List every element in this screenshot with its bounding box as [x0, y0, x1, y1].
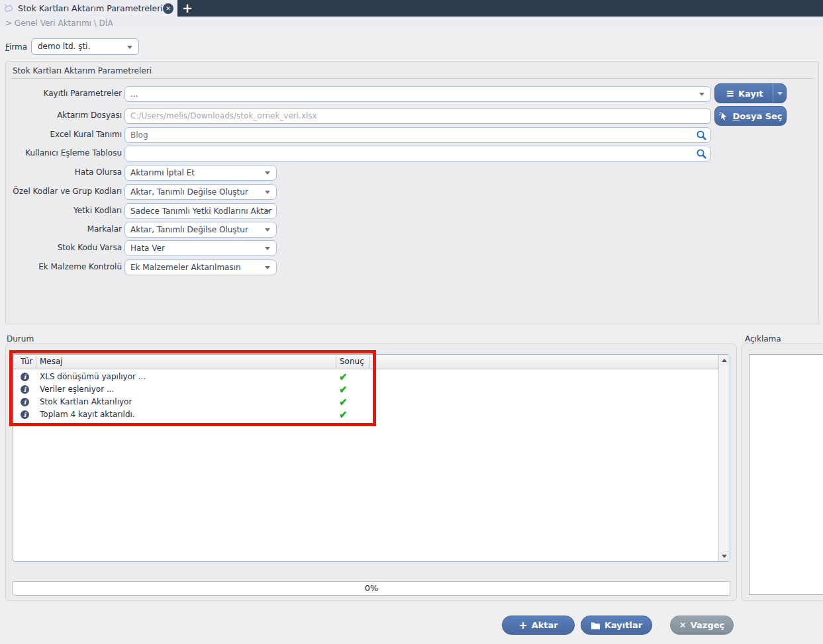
kayitlar-button[interactable]: Kayıtlar [581, 616, 652, 635]
vazgec-button[interactable]: ✕ Vazgeç [670, 616, 734, 635]
form-group-title: Stok Kartları Aktarım Parametreleri [13, 66, 152, 75]
chevron-down-icon [777, 92, 783, 95]
durum-panel: Tür Mesaj Sonuç i XLS dönüşümü yapılıyor… [5, 344, 737, 601]
field-label: Kullanıcı Eşleme Tablosu [6, 148, 122, 158]
firma-select[interactable]: demo ltd. şti. [31, 38, 139, 55]
chevron-down-icon [127, 46, 132, 49]
chevron-down-icon [265, 210, 270, 213]
status-row[interactable]: i XLS dönüşümü yapılıyor ... ✔ [13, 371, 730, 383]
status-row[interactable]: i Stok Kartları Aktarılıyor ✔ [13, 396, 730, 408]
field-row-markalar: Markalar Aktar, Tanımlı Değilse Oluştur [6, 222, 818, 238]
tab-bar: Stok Kartları Aktarım Parametreleri ✕ + [0, 0, 823, 17]
card-icon [3, 3, 14, 14]
kayit-button[interactable]: ≡ Kayıt [714, 83, 787, 103]
field-row-ozel-kodlar: Özel Kodlar ve Grup Kodları Aktar, Tanım… [6, 184, 818, 200]
field-label: Markalar [6, 224, 122, 234]
form-group-panel: Stok Kartları Aktarım Parametreleri Kayı… [5, 61, 819, 324]
chevron-down-icon [265, 228, 270, 232]
durum-label: Durum [7, 334, 34, 344]
success-check-icon: ✔ [339, 371, 348, 383]
new-tab-button[interactable]: + [177, 0, 197, 17]
ek-malzeme-combo[interactable]: Ek Malzemeler Aktarılmasın [124, 259, 277, 275]
scroll-down-button[interactable] [719, 551, 730, 561]
vertical-scrollbar[interactable] [718, 355, 730, 561]
info-icon: i [21, 398, 29, 406]
list-icon: ≡ [726, 89, 734, 99]
plus-icon: + [518, 620, 527, 631]
breadcrumb: > Genel Veri Aktarımı \ DİA [0, 17, 823, 30]
dosya-sec-button[interactable]: Dosya Seç [714, 106, 787, 126]
aktarim-dosyasi-input[interactable]: C:/Users/melis/Downloads/stok_ornek_veri… [124, 108, 711, 124]
progress-bar: 0% [13, 581, 730, 596]
app-window: Stok Kartları Aktarım Parametreleri ✕ + … [0, 0, 823, 644]
chevron-down-icon [265, 171, 270, 175]
status-grid-header: Tür Mesaj Sonuç [13, 355, 730, 369]
scroll-up-button[interactable] [719, 355, 730, 365]
info-icon: i [21, 373, 29, 381]
yetki-kodlari-combo[interactable]: Sadece Tanımlı Yetki Kodlarını Aktar [124, 203, 277, 219]
field-label: Aktarım Dosyası [6, 111, 122, 120]
field-row-yetki-kodlari: Yetki Kodları Sadece Tanımlı Yetki Kodla… [6, 203, 818, 219]
triangle-down-icon [722, 555, 727, 558]
triangle-up-icon [722, 359, 727, 362]
folder-icon [591, 621, 601, 629]
field-row-kullanici-esleme: Kullanıcı Eşleme Tablosu [6, 146, 818, 161]
field-label: Stok Kodu Varsa [6, 243, 122, 252]
success-check-icon: ✔ [339, 383, 348, 395]
aciklama-panel [741, 344, 823, 601]
column-header-tur[interactable]: Tür [21, 357, 32, 366]
info-icon: i [21, 385, 29, 394]
field-label: Excel Kural Tanımı [6, 130, 122, 139]
success-check-icon: ✔ [339, 396, 348, 408]
column-separator[interactable] [336, 356, 336, 368]
search-icon[interactable] [696, 148, 707, 161]
divider [11, 78, 813, 79]
status-row[interactable]: i Veriler eşleniyor ... ✔ [13, 383, 730, 396]
field-label: Özel Kodlar ve Grup Kodları [6, 187, 122, 196]
column-header-sonuc[interactable]: Sonuç [340, 357, 364, 366]
kayitli-parametreler-combo[interactable]: ... [124, 86, 711, 102]
markalar-combo[interactable]: Aktar, Tanımlı Değilse Oluştur [124, 222, 277, 238]
kullanici-esleme-lookup-input[interactable] [124, 146, 711, 161]
chevron-down-icon [265, 266, 270, 269]
column-separator[interactable] [369, 356, 369, 368]
info-icon: i [21, 410, 29, 419]
field-label: Hata Olursa [6, 167, 122, 177]
kayit-dropdown-button[interactable] [773, 84, 786, 103]
pointer-click-icon [718, 111, 728, 121]
field-label: Yetki Kodları [6, 206, 122, 215]
input-placeholder: C:/Users/melis/Downloads/stok_ornek_veri… [130, 111, 317, 120]
field-label: Ek Malzeme Kontrolü [6, 262, 122, 271]
chevron-down-icon [265, 191, 270, 194]
status-row[interactable]: i Toplam 4 kayıt aktarıldı. ✔ [13, 408, 730, 421]
firma-label: Firma [5, 42, 27, 52]
hata-olursa-combo[interactable]: Aktarımı İptal Et [124, 165, 277, 181]
success-check-icon: ✔ [339, 408, 348, 420]
chevron-down-icon [699, 93, 704, 96]
column-separator[interactable] [36, 356, 36, 368]
field-row-excel-kural: Excel Kural Tanımı Blog [6, 127, 818, 143]
field-label: Kayıtlı Parametreler [6, 89, 122, 98]
close-icon: ✕ [679, 621, 687, 629]
ozel-kodlar-combo[interactable]: Aktar, Tanımlı Değilse Oluştur [124, 184, 277, 200]
aciklama-label: Açıklama [745, 334, 781, 344]
column-header-mesaj[interactable]: Mesaj [40, 357, 63, 366]
field-row-stok-kodu: Stok Kodu Varsa Hata Ver [6, 240, 818, 256]
chevron-down-icon [265, 247, 270, 250]
field-row-ek-malzeme: Ek Malzeme Kontrolü Ek Malzemeler Aktarı… [6, 259, 818, 275]
aktar-button[interactable]: + Aktar [502, 616, 575, 635]
field-row-aktarim-dosyasi: Aktarım Dosyası C:/Users/melis/Downloads… [6, 108, 818, 124]
excel-kural-lookup-input[interactable]: Blog [124, 127, 711, 143]
status-grid: Tür Mesaj Sonuç i XLS dönüşümü yapılıyor… [13, 354, 730, 562]
stok-kodu-combo[interactable]: Hata Ver [124, 240, 277, 256]
field-row-hata-olursa: Hata Olursa Aktarımı İptal Et [6, 165, 818, 181]
field-row-kayitli-parametreler: Kayıtlı Parametreler ... [6, 86, 818, 102]
tab-close-icon[interactable]: ✕ [163, 3, 173, 14]
search-icon[interactable] [696, 130, 707, 143]
tab-stok-kartlari[interactable]: Stok Kartları Aktarım Parametreleri ✕ [0, 0, 177, 17]
tab-title: Stok Kartları Aktarım Parametreleri [14, 3, 163, 13]
aciklama-textarea[interactable] [749, 354, 823, 595]
